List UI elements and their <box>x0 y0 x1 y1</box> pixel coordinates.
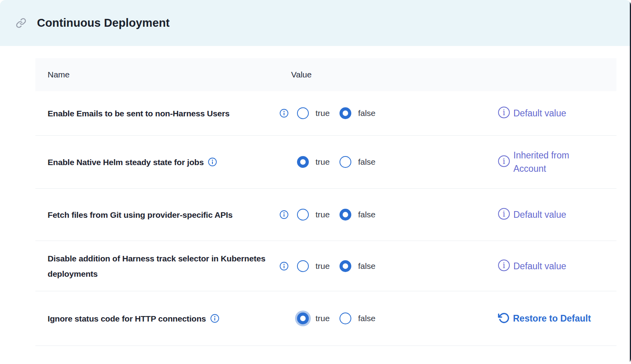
setting-value: true false <box>277 156 498 168</box>
setting-status: Default value <box>498 208 616 222</box>
radio-true[interactable] <box>297 156 309 168</box>
radio-false[interactable] <box>339 156 351 168</box>
default-value-badge: Default value <box>498 106 566 120</box>
radio-true[interactable] <box>297 209 309 221</box>
setting-name: Fetch files from Git using provider-spec… <box>35 200 277 230</box>
info-icon[interactable] <box>208 157 217 167</box>
radio-true[interactable] <box>297 260 309 272</box>
info-icon[interactable] <box>498 208 510 222</box>
restore-icon <box>498 312 509 325</box>
radio-true-label[interactable]: true <box>316 210 330 219</box>
status-label: Inherited from Account <box>513 149 592 175</box>
section-header: Continuous Deployment <box>0 0 631 46</box>
setting-name: Enable Emails to be sent to non-Harness … <box>35 99 277 128</box>
info-icon[interactable] <box>279 261 289 271</box>
table-row: Enable Emails to be sent to non-Harness … <box>35 91 616 136</box>
radio-true[interactable] <box>297 313 309 324</box>
radio-false-label[interactable]: false <box>358 210 375 219</box>
settings-panel: Continuous Deployment Name Value Enable … <box>0 0 631 364</box>
link-icon[interactable] <box>16 18 26 28</box>
setting-status: Default value <box>498 106 616 120</box>
setting-name-text: Enable Native Helm steady state for jobs <box>48 158 204 167</box>
setting-status: Inherited from Account <box>498 149 616 175</box>
setting-value: true false <box>277 313 498 324</box>
setting-name: Ignore status code for HTTP connections <box>35 304 277 333</box>
setting-name: Enable Native Helm steady state for jobs <box>35 147 277 177</box>
settings-table: Name Value Enable Emails to be sent to n… <box>35 58 616 346</box>
setting-name: Disable addition of Harness track select… <box>35 244 277 289</box>
radio-true-label[interactable]: true <box>316 261 330 271</box>
radio-true-label[interactable]: true <box>316 108 330 118</box>
default-value-badge: Default value <box>498 208 566 222</box>
setting-value: true false <box>277 260 498 272</box>
radio-true-label[interactable]: true <box>316 314 330 323</box>
info-icon[interactable] <box>498 106 510 120</box>
info-icon[interactable] <box>498 155 510 169</box>
table-row: Ignore status code for HTTP connections … <box>35 291 616 346</box>
info-icon[interactable] <box>498 259 510 273</box>
status-label: Default value <box>513 208 566 221</box>
default-value-badge: Default value <box>498 259 566 273</box>
radio-true-label[interactable]: true <box>316 157 330 167</box>
table-header-row: Name Value <box>35 58 616 91</box>
radio-true[interactable] <box>297 107 309 119</box>
radio-false[interactable] <box>339 260 351 272</box>
radio-false[interactable] <box>339 209 351 221</box>
status-label: Default value <box>513 107 566 120</box>
column-header-name: Name <box>35 70 277 79</box>
page-title: Continuous Deployment <box>37 17 170 29</box>
restore-to-default-button[interactable]: Restore to Default <box>498 312 591 325</box>
setting-status: Default value <box>498 259 616 273</box>
table-row: Fetch files from Git using provider-spec… <box>35 189 616 241</box>
radio-false[interactable] <box>339 313 351 324</box>
radio-false-label[interactable]: false <box>358 261 375 271</box>
setting-value: true false <box>277 107 498 119</box>
setting-name-text: Ignore status code for HTTP connections <box>48 314 206 323</box>
column-header-value: Value <box>277 70 498 79</box>
info-icon[interactable] <box>279 108 289 118</box>
inherited-from-account-badge: Inherited from Account <box>498 149 592 175</box>
status-label: Default value <box>513 259 566 273</box>
setting-value: true false <box>277 209 498 221</box>
table-row: Disable addition of Harness track select… <box>35 241 616 291</box>
radio-false-label[interactable]: false <box>358 108 375 118</box>
radio-false-label[interactable]: false <box>358 157 375 167</box>
restore-label: Restore to Default <box>513 313 591 324</box>
radio-false[interactable] <box>339 107 351 119</box>
radio-false-label[interactable]: false <box>358 314 375 323</box>
info-icon[interactable] <box>279 210 289 219</box>
info-icon[interactable] <box>210 314 220 323</box>
setting-status: Restore to Default <box>498 312 616 325</box>
table-row: Enable Native Helm steady state for jobs… <box>35 136 616 189</box>
